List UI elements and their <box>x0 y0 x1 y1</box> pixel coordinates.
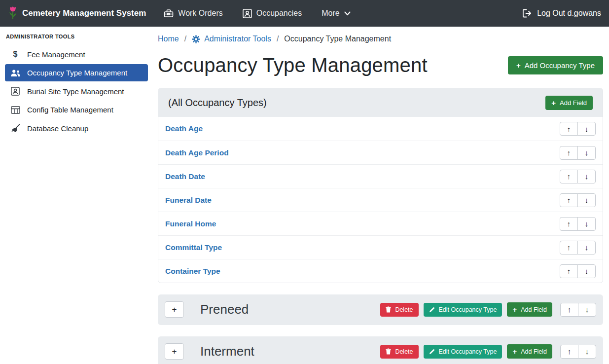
field-row: Death Date ↑ ↓ <box>158 164 603 188</box>
field-row: Death Age ↑ ↓ <box>158 117 603 141</box>
field-row: Death Age Period ↑ ↓ <box>158 141 603 164</box>
reorder-buttons: ↑ ↓ <box>560 146 596 160</box>
move-up-button[interactable]: ↑ <box>560 241 578 255</box>
move-up-button[interactable]: ↑ <box>560 303 578 317</box>
arrow-up-icon: ↑ <box>567 172 571 181</box>
all-occupancy-types-card: (All Occupancy Types) + Add Field Death … <box>158 88 603 283</box>
arrow-down-icon: ↓ <box>585 347 589 356</box>
pencil-icon <box>429 349 435 355</box>
nav-occupancies[interactable]: Occupancies <box>243 9 302 18</box>
work-orders-toolbox-icon <box>164 9 174 18</box>
move-up-button[interactable]: ↑ <box>560 345 578 359</box>
reorder-buttons: ↑ ↓ <box>560 217 596 231</box>
edit-occupancy-type-button[interactable]: Edit Occupancy Type <box>424 345 502 359</box>
move-down-button[interactable]: ↓ <box>577 241 596 255</box>
move-down-button[interactable]: ↓ <box>577 170 596 183</box>
add-field-button[interactable]: + Add Field <box>507 302 552 317</box>
all-occupancy-types-header: (All Occupancy Types) + Add Field <box>158 88 603 117</box>
edit-occupancy-type-button[interactable]: Edit Occupancy Type <box>424 303 502 317</box>
nav-occupancies-label: Occupancies <box>256 9 302 18</box>
broom-icon <box>10 124 21 133</box>
nav-more[interactable]: More <box>322 9 350 18</box>
add-field-button[interactable]: + Add Field <box>507 344 552 359</box>
move-up-button[interactable]: ↑ <box>560 122 578 136</box>
move-up-button[interactable]: ↑ <box>560 146 578 160</box>
brand-home-link[interactable]: Cemetery Management System <box>8 6 146 21</box>
sidebar-item-config-table-management[interactable]: Config Table Management <box>5 101 148 118</box>
arrow-up-icon: ↑ <box>567 243 571 252</box>
sidebar-item-burial-site-type-management[interactable]: Burial Site Type Management <box>5 82 148 100</box>
dollar-icon: $ <box>10 50 21 59</box>
breadcrumb: Home / Administrator Tool <box>158 34 603 44</box>
field-link[interactable]: Death Age Period <box>165 148 229 157</box>
sidebar-item-label: Database Cleanup <box>27 124 88 133</box>
top-navbar: Cemetery Management System Work Orders <box>0 0 609 27</box>
section-actions: Delete Edit Occupancy Type + Add Field ↑ <box>380 344 596 359</box>
move-up-button[interactable]: ↑ <box>560 170 578 183</box>
sidebar-item-label: Config Table Management <box>27 106 113 114</box>
move-down-button[interactable]: ↓ <box>578 303 596 317</box>
main-content: Home / Administrator Tool <box>153 27 609 364</box>
nav-work-orders[interactable]: Work Orders <box>164 9 222 18</box>
occupancy-type-section-preneed: + Preneed Delete <box>158 294 603 325</box>
add-occupancy-type-label: Add Occupancy Type <box>525 61 595 70</box>
add-field-label: Add Field <box>560 99 587 107</box>
sidebar-item-database-cleanup[interactable]: Database Cleanup <box>5 119 148 137</box>
arrow-down-icon: ↓ <box>585 148 589 157</box>
admin-tools-sidebar: ADMINISTRATOR TOOLS $ Fee Management Occ… <box>0 27 153 364</box>
expand-section-button[interactable]: + <box>165 343 184 360</box>
move-up-button[interactable]: ↑ <box>560 193 578 207</box>
plus-icon: + <box>512 306 517 313</box>
breadcrumb-current: Occupancy Type Management <box>284 34 391 44</box>
arrow-up-icon: ↑ <box>568 347 572 356</box>
sidebar-item-occupancy-type-management[interactable]: Occupancy Type Management <box>5 64 148 81</box>
field-link[interactable]: Container Type <box>165 267 220 276</box>
occupancy-type-section-interment: + Interment Delete <box>158 336 603 364</box>
arrow-up-icon: ↑ <box>568 305 572 314</box>
move-down-button[interactable]: ↓ <box>578 345 596 359</box>
add-field-button[interactable]: + Add Field <box>545 96 593 110</box>
plus-icon: + <box>551 99 556 107</box>
add-field-label: Add Field <box>521 306 547 313</box>
field-row: Committal Type ↑ ↓ <box>158 235 603 259</box>
move-up-button[interactable]: ↑ <box>560 264 578 278</box>
arrow-up-icon: ↑ <box>567 219 571 228</box>
reorder-buttons: ↑ ↓ <box>560 193 596 207</box>
sidebar-item-label: Burial Site Type Management <box>27 87 124 96</box>
edit-occupancy-type-label: Edit Occupancy Type <box>439 348 497 355</box>
edit-occupancy-type-label: Edit Occupancy Type <box>439 306 497 313</box>
pencil-icon <box>429 307 435 313</box>
page-title: Occupancy Type Management <box>158 52 428 78</box>
move-down-button[interactable]: ↓ <box>577 217 596 231</box>
add-field-label: Add Field <box>521 348 547 355</box>
field-link[interactable]: Funeral Date <box>165 196 212 205</box>
field-link[interactable]: Committal Type <box>165 243 222 252</box>
sidebar-item-label: Fee Management <box>27 50 85 59</box>
logout-icon <box>522 9 533 18</box>
move-down-button[interactable]: ↓ <box>577 122 596 136</box>
logout-link[interactable]: Log Out d.gowans <box>522 9 601 18</box>
move-up-button[interactable]: ↑ <box>560 217 578 231</box>
sidebar-item-fee-management[interactable]: $ Fee Management <box>5 45 148 63</box>
move-down-button[interactable]: ↓ <box>577 193 596 207</box>
section-title: Interment <box>200 344 254 359</box>
field-row: Funeral Date ↑ ↓ <box>158 188 603 212</box>
breadcrumb-separator: / <box>277 34 279 44</box>
reorder-buttons: ↑ ↓ <box>560 122 596 136</box>
field-link[interactable]: Funeral Home <box>165 219 216 228</box>
field-link[interactable]: Death Date <box>165 172 205 181</box>
breadcrumb-home-link[interactable]: Home <box>158 34 179 44</box>
field-link[interactable]: Death Age <box>165 124 203 133</box>
add-occupancy-type-button[interactable]: + Add Occupancy Type <box>508 56 603 74</box>
plus-icon: + <box>172 347 177 356</box>
move-down-button[interactable]: ↓ <box>577 146 596 160</box>
breadcrumb-admin-tools-link[interactable]: Administrator Tools <box>192 34 271 44</box>
expand-section-button[interactable]: + <box>165 301 184 318</box>
delete-button[interactable]: Delete <box>380 303 418 317</box>
arrow-down-icon: ↓ <box>585 196 589 204</box>
arrow-down-icon: ↓ <box>585 125 589 133</box>
delete-button[interactable]: Delete <box>380 345 418 359</box>
logout-label: Log Out d.gowans <box>537 9 601 18</box>
move-down-button[interactable]: ↓ <box>577 264 596 278</box>
person-badge-icon <box>10 87 21 96</box>
